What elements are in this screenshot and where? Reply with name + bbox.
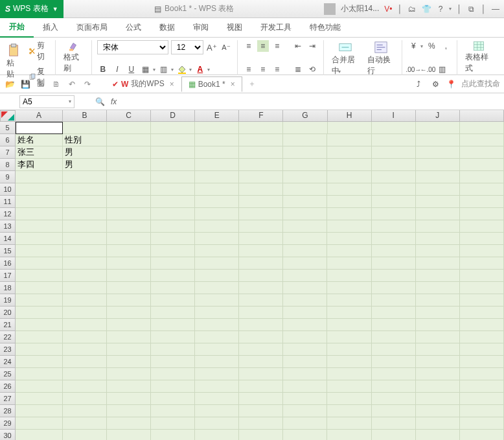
cell[interactable] bbox=[16, 257, 63, 270]
row-header[interactable]: 5 bbox=[0, 122, 16, 134]
cell[interactable] bbox=[327, 393, 371, 405]
comma-button[interactable]: , bbox=[440, 40, 452, 52]
cell[interactable] bbox=[416, 380, 460, 393]
redo-icon[interactable]: ↷ bbox=[82, 78, 93, 90]
cell[interactable] bbox=[239, 233, 283, 245]
cell[interactable] bbox=[460, 122, 504, 134]
cell-style-button[interactable]: ▥ bbox=[158, 64, 170, 75]
cell[interactable] bbox=[195, 171, 239, 183]
open-icon[interactable]: 📂 bbox=[4, 78, 16, 90]
cell[interactable] bbox=[239, 343, 283, 356]
justify-button[interactable]: ≣ bbox=[292, 64, 304, 75]
cell[interactable] bbox=[372, 183, 416, 196]
wrap-text-button[interactable]: 自动换行 bbox=[365, 40, 396, 76]
cell[interactable] bbox=[283, 159, 327, 171]
cell[interactable] bbox=[327, 183, 371, 196]
align-left-button[interactable]: ≡ bbox=[243, 64, 255, 75]
share-icon[interactable]: ⤴ bbox=[413, 78, 424, 90]
cell[interactable] bbox=[63, 171, 107, 183]
cell[interactable] bbox=[460, 368, 504, 380]
row-header[interactable]: 18 bbox=[0, 282, 16, 294]
cell[interactable] bbox=[327, 245, 371, 257]
cell[interactable] bbox=[107, 282, 151, 294]
new-tab-button[interactable]: ＋ bbox=[246, 78, 258, 90]
cell[interactable] bbox=[283, 196, 327, 208]
menu-tab-6[interactable]: 视图 bbox=[218, 18, 251, 37]
cell[interactable] bbox=[239, 405, 283, 417]
cell[interactable] bbox=[460, 134, 504, 146]
cell[interactable] bbox=[151, 134, 195, 146]
cell[interactable] bbox=[460, 183, 504, 196]
row-header[interactable]: 29 bbox=[0, 417, 16, 430]
cell[interactable] bbox=[283, 146, 327, 159]
cell[interactable] bbox=[195, 257, 239, 270]
cell[interactable] bbox=[16, 368, 63, 380]
cell[interactable] bbox=[372, 233, 416, 245]
cell[interactable] bbox=[460, 282, 504, 294]
cut-button[interactable]: 剪切 bbox=[29, 40, 50, 62]
print-preview-icon[interactable]: 🗎 bbox=[51, 78, 62, 90]
cell[interactable] bbox=[372, 282, 416, 294]
cell[interactable] bbox=[416, 294, 460, 307]
cell[interactable] bbox=[63, 307, 107, 319]
cell[interactable] bbox=[107, 233, 151, 245]
chevron-down-icon[interactable]: ▾ bbox=[449, 6, 452, 12]
cell[interactable] bbox=[239, 257, 283, 270]
cell[interactable] bbox=[283, 356, 327, 368]
cell[interactable] bbox=[151, 122, 195, 134]
cell[interactable] bbox=[416, 183, 460, 196]
skin-icon[interactable]: 🗂 bbox=[407, 5, 417, 14]
cell[interactable] bbox=[16, 319, 63, 331]
cell[interactable] bbox=[283, 380, 327, 393]
cell[interactable] bbox=[63, 405, 107, 417]
cell[interactable]: 张三 bbox=[16, 146, 63, 159]
cell[interactable] bbox=[372, 196, 416, 208]
cell[interactable] bbox=[239, 270, 283, 282]
cell[interactable] bbox=[107, 208, 151, 220]
cell[interactable] bbox=[416, 356, 460, 368]
cell[interactable] bbox=[460, 220, 504, 233]
help-icon[interactable]: ? bbox=[436, 5, 445, 14]
cell[interactable] bbox=[460, 233, 504, 245]
italic-button[interactable]: I bbox=[111, 64, 123, 75]
cell[interactable] bbox=[283, 430, 327, 440]
cell[interactable] bbox=[372, 393, 416, 405]
cell[interactable] bbox=[327, 430, 371, 440]
cell[interactable] bbox=[283, 405, 327, 417]
cell[interactable] bbox=[107, 134, 151, 146]
font-size-select[interactable]: 12 bbox=[171, 40, 203, 54]
cell[interactable] bbox=[195, 196, 239, 208]
cell[interactable] bbox=[283, 122, 327, 134]
spreadsheet-grid[interactable]: ABCDEFGHIJ 56789101112131415161718192021… bbox=[0, 110, 504, 440]
cell[interactable] bbox=[16, 393, 63, 405]
row-header[interactable]: 20 bbox=[0, 307, 16, 319]
cell[interactable]: 男 bbox=[63, 146, 107, 159]
cell[interactable] bbox=[283, 183, 327, 196]
cell[interactable] bbox=[239, 183, 283, 196]
row-header[interactable]: 23 bbox=[0, 343, 16, 356]
cell[interactable] bbox=[283, 393, 327, 405]
cell[interactable] bbox=[195, 159, 239, 171]
document-tab[interactable]: ▦ Book1 * × bbox=[181, 76, 242, 92]
row-header[interactable]: 10 bbox=[0, 183, 16, 196]
cell[interactable] bbox=[283, 171, 327, 183]
cell[interactable] bbox=[16, 331, 63, 343]
cell[interactable] bbox=[63, 343, 107, 356]
cell[interactable] bbox=[416, 134, 460, 146]
underline-button[interactable]: U bbox=[126, 64, 137, 75]
cell[interactable] bbox=[195, 134, 239, 146]
cell[interactable] bbox=[460, 294, 504, 307]
cell[interactable] bbox=[416, 171, 460, 183]
cell[interactable] bbox=[239, 146, 283, 159]
cell[interactable] bbox=[416, 159, 460, 171]
align-center-button[interactable]: ≡ bbox=[257, 64, 269, 75]
cell[interactable] bbox=[151, 270, 195, 282]
cell[interactable] bbox=[195, 307, 239, 319]
cell[interactable] bbox=[327, 233, 371, 245]
decrease-font-icon[interactable]: A⁻ bbox=[220, 41, 232, 53]
cell[interactable] bbox=[327, 307, 371, 319]
cell[interactable] bbox=[151, 257, 195, 270]
bold-button[interactable]: B bbox=[97, 64, 109, 75]
border-button[interactable]: ▦ bbox=[140, 64, 152, 75]
cell[interactable] bbox=[283, 282, 327, 294]
